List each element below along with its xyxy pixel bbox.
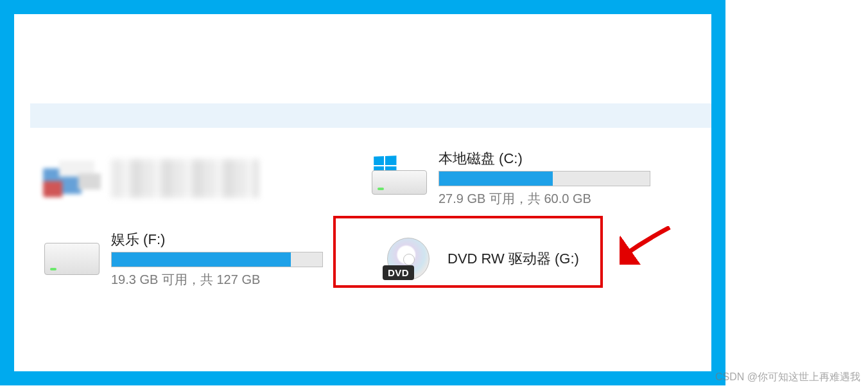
- drive-item-c[interactable]: 本地磁盘 (C:) 27.9 GB 可用，共 60.0 GB: [370, 149, 672, 207]
- drives-group-header[interactable]: [30, 103, 711, 128]
- explorer-window: 本地磁盘 (C:) 27.9 GB 可用，共 60.0 GB 娱乐 (F:): [0, 0, 725, 385]
- redacted-drive-icon: [43, 155, 101, 202]
- drives-grid: 本地磁盘 (C:) 27.9 GB 可用，共 60.0 GB 娱乐 (F:): [43, 149, 699, 310]
- explorer-content: 本地磁盘 (C:) 27.9 GB 可用，共 60.0 GB 娱乐 (F:): [14, 14, 711, 371]
- drive-row-2: 娱乐 (F:) 19.3 GB 可用，共 127 GB DVD: [43, 227, 699, 291]
- drive-item-f[interactable]: 娱乐 (F:) 19.3 GB 可用，共 127 GB: [43, 227, 345, 291]
- dvd-drive-icon: DVD: [379, 236, 437, 282]
- g-drive-name: DVD RW 驱动器 (G:): [447, 249, 631, 269]
- drive-item-redacted[interactable]: [43, 149, 345, 207]
- c-drive-name: 本地磁盘 (C:): [438, 149, 672, 168]
- watermark-text: CSDN @你可知这世上再难遇我: [715, 371, 860, 384]
- redacted-text: [111, 159, 259, 198]
- redacted-drive-info: [111, 159, 345, 198]
- f-drive-icon: [43, 236, 101, 282]
- c-drive-usage-bar: [438, 171, 650, 186]
- dvd-badge: DVD: [383, 265, 414, 280]
- drive-row-1: 本地磁盘 (C:) 27.9 GB 可用，共 60.0 GB: [43, 149, 699, 207]
- c-drive-icon: [370, 155, 428, 202]
- f-drive-usage-bar: [111, 252, 323, 267]
- drive-item-g-dvd[interactable]: DVD DVD RW 驱动器 (G:): [370, 227, 640, 291]
- f-drive-stats: 19.3 GB 可用，共 127 GB: [111, 271, 345, 288]
- f-drive-name: 娱乐 (F:): [111, 230, 345, 249]
- c-drive-stats: 27.9 GB 可用，共 60.0 GB: [438, 190, 672, 207]
